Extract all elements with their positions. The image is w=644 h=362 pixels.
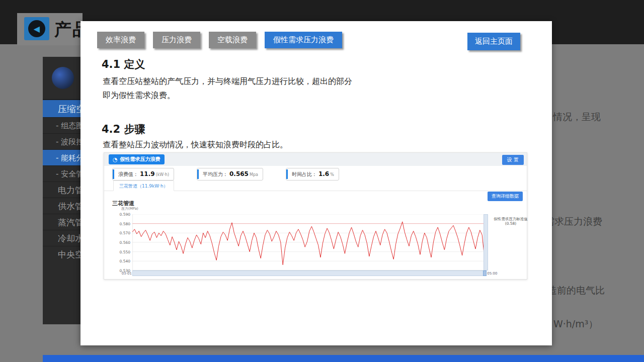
waste-tab[interactable]: 空载浪费 bbox=[209, 32, 256, 48]
app-footer-bar bbox=[43, 355, 644, 362]
clipped-text-4: W·h/m³） bbox=[553, 318, 598, 331]
stat-value: 11.9 bbox=[140, 170, 155, 177]
waste-tab[interactable]: 假性需求压力浪费 bbox=[265, 32, 342, 48]
stat-unit: (kW·h) bbox=[156, 172, 169, 177]
stat-time-ratio: 时间占比： 1.6 % bbox=[286, 168, 339, 180]
reference-value: (0.58) bbox=[490, 221, 532, 226]
gauge-icon: ◔ bbox=[113, 156, 118, 163]
clipped-text-2: 需求压力浪费 bbox=[545, 215, 602, 228]
y-tick-label: 0.550 bbox=[115, 250, 130, 254]
pipe-tab-sanhua[interactable]: 三花管道（11.9kW·h） bbox=[113, 180, 174, 191]
reference-label: 假性需求压力标准值 bbox=[490, 217, 532, 221]
stats-row: 浪费值： 11.9 (kW·h) 平均压力： 0.565 Mpa 时间占比： 1… bbox=[112, 168, 339, 180]
stat-unit: % bbox=[330, 172, 334, 177]
clipped-text-1: 情况，呈现 bbox=[553, 111, 601, 124]
dashboard-screenshot: ◔ 假性需求压力浪费 设 置 浪费值： 11.9 (kW·h) 平均压力： 0.… bbox=[104, 152, 527, 280]
y-tick-label: 0.560 bbox=[115, 240, 130, 245]
clipped-text-3: 造前的电气比 bbox=[547, 284, 605, 297]
stat-unit: Mpa bbox=[250, 172, 258, 177]
stat-waste-value: 浪费值： 11.9 (kW·h) bbox=[112, 168, 174, 180]
return-home-button[interactable]: 返回主页面 bbox=[467, 33, 520, 50]
section-heading-steps: 4.2 步骤 bbox=[102, 122, 145, 136]
dashboard-header-bar bbox=[104, 153, 527, 166]
section-body-definition: 查看空压站整站的产气压力，并与终端用气压力进行比较，超出的部分即为假性需求浪费。 bbox=[103, 74, 357, 103]
dashboard-title-badge: ◔ 假性需求压力浪费 bbox=[109, 154, 165, 164]
globe-logo-icon bbox=[52, 67, 74, 89]
y-tick-label: 0.580 bbox=[115, 222, 130, 226]
vertical-zoom-slider[interactable] bbox=[484, 214, 488, 270]
waste-tab-row: 效率浪费压力浪费空载浪费假性需求压力浪费 bbox=[97, 32, 342, 48]
stat-label: 浪费值： bbox=[118, 171, 138, 178]
slide-canvas: ◀ 产品 匠 压缩空气管理- 组态图- 波段控制- 能耗分析- 安全管理电力管理… bbox=[0, 0, 644, 362]
y-tick-label: 0.590 bbox=[115, 212, 130, 217]
settings-button[interactable]: 设 置 bbox=[502, 155, 524, 165]
stat-value: 1.6 bbox=[318, 170, 329, 177]
datazoom-handle[interactable] bbox=[483, 270, 487, 276]
back-triangle-icon: ◀ bbox=[28, 20, 45, 37]
pipe-tab-bar: 三花管道（11.9kW·h） bbox=[104, 180, 527, 191]
stat-label: 时间占比： bbox=[292, 171, 317, 178]
waste-tab[interactable]: 效率浪费 bbox=[97, 32, 144, 48]
waste-tab[interactable]: 压力浪费 bbox=[153, 32, 200, 48]
section-body-steps: 查看整站压力波动情况，快速获知浪费时段的占比。 bbox=[103, 138, 357, 152]
content-modal: 效率浪费压力浪费空载浪费假性需求压力浪费 返回主页面 4.1 定义 查看空压站整… bbox=[80, 21, 552, 345]
pressure-line-chart bbox=[132, 214, 487, 270]
reference-line-annotation: 假性需求压力标准值 (0.58) bbox=[490, 217, 532, 226]
chart-plot-area bbox=[132, 214, 487, 270]
datazoom-slider[interactable] bbox=[132, 270, 487, 276]
stat-avg-pressure: 平均压力： 0.565 Mpa bbox=[197, 168, 263, 180]
y-tick-label: 0.540 bbox=[115, 259, 130, 263]
dashboard-title-text: 假性需求压力浪费 bbox=[120, 156, 160, 163]
section-heading-definition: 4.1 定义 bbox=[102, 57, 145, 71]
y-tick-label: 0.570 bbox=[115, 231, 130, 235]
stat-value: 0.565 bbox=[229, 170, 249, 177]
y-axis-label: 压力(MPa) bbox=[121, 206, 138, 211]
slide-logo-badge: ◀ bbox=[24, 17, 49, 40]
query-detail-button[interactable]: 查询详细数据 bbox=[488, 192, 523, 201]
stat-label: 平均压力： bbox=[203, 171, 228, 178]
